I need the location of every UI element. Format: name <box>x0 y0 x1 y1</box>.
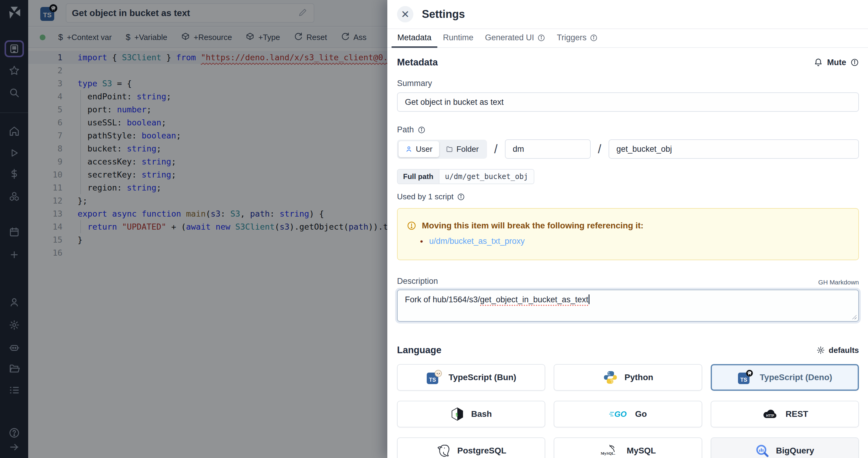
path-name-input[interactable] <box>609 139 859 159</box>
tab-triggers[interactable]: Triggers <box>551 29 603 48</box>
bun-icon: TS <box>426 369 442 385</box>
language-defaults-button[interactable]: defaults <box>816 346 859 355</box>
language-option-rest[interactable]: HTTPREST <box>711 401 859 427</box>
description-textarea[interactable]: Fork of hub/1564/s3/get_object_in_bucket… <box>397 290 859 322</box>
warning-title: Moving this item will break the followin… <box>422 221 644 230</box>
owner-user-option[interactable]: User <box>399 141 439 157</box>
language-option-python[interactable]: Python <box>554 364 702 391</box>
tab-metadata[interactable]: Metadata <box>392 29 437 48</box>
settings-tabs: Metadata Runtime Generated UI Triggers <box>387 29 868 48</box>
language-option-postgresql[interactable]: PostgreSQL <box>397 437 545 458</box>
postgresql-icon <box>436 444 451 458</box>
referencing-script-link[interactable]: u/dm/bucket_as_txt_proxy <box>429 236 525 246</box>
tab-generated-ui[interactable]: Generated UI <box>479 29 551 48</box>
language-heading: Language <box>397 345 441 356</box>
bash-icon: $ <box>451 407 464 421</box>
resize-handle[interactable] <box>851 315 857 319</box>
info-icon <box>537 34 545 42</box>
svg-text:TS: TS <box>740 377 747 383</box>
full-path-badge: Full path u/dm/get_bucket_obj <box>397 169 534 184</box>
svg-text:GO: GO <box>614 410 626 419</box>
language-option-label: PostgreSQL <box>457 446 506 456</box>
settings-body: Metadata Mute Summary Path <box>387 48 868 458</box>
language-option-go[interactable]: GOGo <box>554 401 702 427</box>
language-grid: TSTypeScript (Bun)PythonTSTypeScript (De… <box>397 364 859 458</box>
language-option-label: REST <box>785 409 808 419</box>
language-option-bash[interactable]: $Bash <box>397 401 545 427</box>
language-option-deno[interactable]: TSTypeScript (Deno) <box>711 364 859 391</box>
gear-icon <box>816 346 825 354</box>
deno-icon: TS <box>737 369 753 385</box>
rest-icon: HTTP <box>761 408 779 420</box>
path-separator: / <box>598 142 601 156</box>
info-icon[interactable] <box>417 126 426 134</box>
owner-folder-option[interactable]: Folder <box>439 141 486 157</box>
bell-icon <box>814 58 823 67</box>
svg-text:$: $ <box>456 412 458 417</box>
info-icon <box>590 34 598 42</box>
language-option-label: Bash <box>471 409 492 419</box>
language-option-mysql[interactable]: MySQL.MySQL <box>554 437 702 458</box>
description-label: Description <box>397 276 438 286</box>
full-path-label: Full path <box>398 170 439 184</box>
owner-kind-toggle: User Folder <box>397 140 487 159</box>
python-icon <box>603 370 618 385</box>
warning-list-item: u/dm/bucket_as_txt_proxy <box>420 236 849 246</box>
path-owner-input[interactable] <box>505 139 591 159</box>
settings-header: ✕ Settings <box>387 0 868 29</box>
warning-icon <box>407 221 416 230</box>
app-window: TS Get object in bucket as text $ +Conte… <box>0 0 868 458</box>
language-option-label: Go <box>635 409 647 419</box>
language-option-label: TypeScript (Deno) <box>760 372 832 382</box>
used-by-text: Used by 1 script <box>397 192 454 201</box>
metadata-heading: Metadata <box>397 57 438 68</box>
bigquery-icon <box>755 444 769 458</box>
mute-control[interactable]: Mute <box>814 58 859 67</box>
path-label: Path <box>397 125 414 134</box>
svg-text:HTTP: HTTP <box>766 414 774 417</box>
language-option-label: TypeScript (Bun) <box>448 372 516 382</box>
path-separator: / <box>494 142 498 156</box>
language-option-bun[interactable]: TSTypeScript (Bun) <box>397 364 545 391</box>
language-option-label: MySQL <box>627 446 656 456</box>
mute-label: Mute <box>827 58 846 67</box>
folder-icon <box>446 145 453 153</box>
settings-title: Settings <box>422 8 465 21</box>
info-icon[interactable] <box>850 58 859 67</box>
markdown-hint: GH Markdown <box>818 279 859 286</box>
go-icon: GO <box>609 409 628 419</box>
user-icon <box>405 145 412 153</box>
summary-input[interactable] <box>397 92 859 112</box>
svg-text:MySQL.: MySQL. <box>601 451 615 456</box>
tab-runtime[interactable]: Runtime <box>437 29 479 48</box>
summary-label: Summary <box>397 79 859 88</box>
mysql-icon: MySQL. <box>600 445 620 457</box>
language-option-label: Python <box>625 372 653 382</box>
close-icon[interactable]: ✕ <box>397 6 413 23</box>
language-option-bigquery[interactable]: BigQuery <box>711 437 859 458</box>
move-warning-banner: Moving this item will break the followin… <box>397 208 859 260</box>
svg-text:TS: TS <box>429 377 436 383</box>
spellcheck-flagged-text: get_object_in_bucket_as_text <box>480 295 588 306</box>
text-caret <box>589 294 589 304</box>
settings-panel: ✕ Settings Metadata Runtime Generated UI… <box>387 0 868 458</box>
info-icon[interactable] <box>457 193 465 201</box>
full-path-value: u/dm/get_bucket_obj <box>439 170 534 184</box>
language-option-label: BigQuery <box>776 446 814 456</box>
